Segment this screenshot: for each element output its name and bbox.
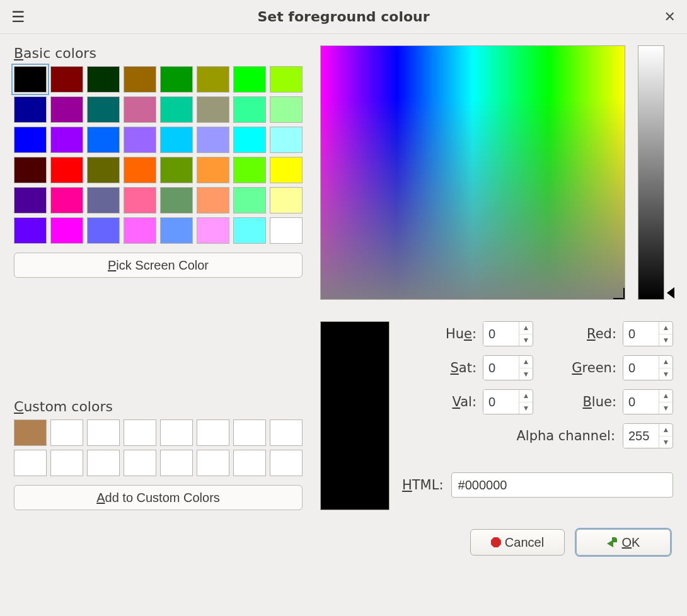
html-input[interactable]: [451, 472, 673, 498]
blue-step-down[interactable]: ▼: [659, 402, 673, 414]
basic-color-swatch[interactable]: [50, 187, 83, 214]
basic-color-swatch[interactable]: [233, 217, 266, 244]
basic-color-swatch[interactable]: [197, 187, 229, 214]
sat-step-down[interactable]: ▼: [519, 368, 533, 380]
red-input[interactable]: [623, 322, 659, 346]
basic-color-swatch[interactable]: [50, 217, 83, 244]
basic-color-swatch[interactable]: [160, 127, 193, 153]
blue-spinbox[interactable]: ▲▼: [623, 389, 673, 414]
sat-step-up[interactable]: ▲: [519, 356, 533, 368]
green-step-up[interactable]: ▲: [659, 356, 673, 368]
custom-color-swatch[interactable]: [50, 419, 83, 446]
custom-color-swatch[interactable]: [233, 450, 266, 476]
cancel-button[interactable]: Cancel: [470, 529, 565, 556]
basic-color-swatch[interactable]: [50, 157, 83, 183]
basic-color-swatch[interactable]: [87, 66, 120, 93]
val-input[interactable]: [483, 390, 519, 414]
basic-color-swatch[interactable]: [270, 217, 303, 244]
basic-color-swatch[interactable]: [87, 96, 120, 123]
close-icon[interactable]: ✕: [664, 9, 676, 25]
basic-color-swatch[interactable]: [50, 127, 83, 153]
add-to-custom-button[interactable]: Add to Custom Colors: [14, 485, 303, 510]
color-field[interactable]: [320, 45, 625, 300]
basic-color-swatch[interactable]: [160, 157, 193, 183]
custom-color-swatch[interactable]: [50, 450, 83, 476]
basic-color-swatch[interactable]: [160, 217, 193, 244]
val-step-up[interactable]: ▲: [519, 390, 533, 402]
basic-color-swatch[interactable]: [233, 127, 266, 153]
basic-color-swatch[interactable]: [270, 127, 303, 153]
menu-icon[interactable]: ☰: [11, 9, 25, 25]
sat-input[interactable]: [483, 356, 519, 380]
basic-color-swatch[interactable]: [160, 96, 193, 123]
hue-input[interactable]: [483, 322, 519, 346]
basic-color-swatch[interactable]: [14, 217, 47, 244]
basic-color-swatch[interactable]: [197, 96, 229, 123]
custom-color-swatch[interactable]: [233, 419, 266, 446]
custom-color-swatch[interactable]: [87, 450, 120, 476]
custom-color-swatch[interactable]: [124, 419, 156, 446]
basic-color-swatch[interactable]: [160, 187, 193, 214]
red-step-down[interactable]: ▼: [659, 334, 673, 346]
basic-color-swatch[interactable]: [14, 157, 47, 183]
ok-button[interactable]: OK: [576, 529, 671, 556]
val-step-down[interactable]: ▼: [519, 402, 533, 414]
green-input[interactable]: [623, 356, 659, 380]
basic-color-swatch[interactable]: [124, 66, 156, 93]
basic-color-swatch[interactable]: [124, 157, 156, 183]
custom-color-swatch[interactable]: [197, 450, 229, 476]
basic-color-swatch[interactable]: [124, 96, 156, 123]
basic-color-swatch[interactable]: [50, 66, 83, 93]
basic-color-swatch[interactable]: [87, 127, 120, 153]
alpha-step-down[interactable]: ▼: [659, 436, 673, 448]
basic-color-swatch[interactable]: [233, 66, 266, 93]
blue-input[interactable]: [623, 390, 659, 414]
custom-color-swatch[interactable]: [124, 450, 156, 476]
basic-color-swatch[interactable]: [87, 187, 120, 214]
basic-color-swatch[interactable]: [270, 187, 303, 214]
sat-spinbox[interactable]: ▲▼: [483, 355, 533, 380]
basic-color-swatch[interactable]: [87, 217, 120, 244]
red-step-up[interactable]: ▲: [659, 322, 673, 334]
val-spinbox[interactable]: ▲▼: [483, 389, 533, 414]
basic-color-swatch[interactable]: [160, 66, 193, 93]
green-spinbox[interactable]: ▲▼: [623, 355, 673, 380]
hue-spinbox[interactable]: ▲▼: [483, 321, 533, 346]
basic-color-swatch[interactable]: [197, 127, 229, 153]
custom-color-swatch[interactable]: [87, 419, 120, 446]
alpha-input[interactable]: [623, 424, 659, 448]
blue-step-up[interactable]: ▲: [659, 390, 673, 402]
basic-color-swatch[interactable]: [14, 96, 47, 123]
basic-color-swatch[interactable]: [270, 157, 303, 183]
basic-color-swatch[interactable]: [197, 217, 229, 244]
pick-screen-color-button[interactable]: Pick Screen Color: [14, 253, 303, 278]
basic-color-swatch[interactable]: [270, 96, 303, 123]
basic-color-swatch[interactable]: [270, 66, 303, 93]
basic-color-swatch[interactable]: [197, 66, 229, 93]
basic-color-swatch[interactable]: [124, 217, 156, 244]
basic-color-swatch[interactable]: [50, 96, 83, 123]
custom-color-swatch[interactable]: [270, 419, 303, 446]
basic-color-swatch[interactable]: [124, 127, 156, 153]
hue-step-up[interactable]: ▲: [519, 322, 533, 334]
basic-color-swatch[interactable]: [14, 187, 47, 214]
alpha-step-up[interactable]: ▲: [659, 424, 673, 436]
basic-color-swatch[interactable]: [233, 157, 266, 183]
red-spinbox[interactable]: ▲▼: [623, 321, 673, 346]
basic-color-swatch[interactable]: [124, 187, 156, 214]
basic-color-swatch[interactable]: [14, 66, 47, 93]
custom-color-swatch[interactable]: [197, 419, 229, 446]
custom-color-swatch[interactable]: [14, 450, 47, 476]
basic-color-swatch[interactable]: [87, 157, 120, 183]
basic-color-swatch[interactable]: [197, 157, 229, 183]
custom-color-swatch[interactable]: [270, 450, 303, 476]
basic-color-swatch[interactable]: [14, 127, 47, 153]
custom-color-swatch[interactable]: [160, 450, 193, 476]
custom-color-swatch[interactable]: [14, 419, 47, 446]
basic-color-swatch[interactable]: [233, 187, 266, 214]
hue-step-down[interactable]: ▼: [519, 334, 533, 346]
green-step-down[interactable]: ▼: [659, 368, 673, 380]
value-strip[interactable]: [638, 45, 664, 300]
custom-color-swatch[interactable]: [160, 419, 193, 446]
alpha-spinbox[interactable]: ▲▼: [623, 423, 673, 448]
